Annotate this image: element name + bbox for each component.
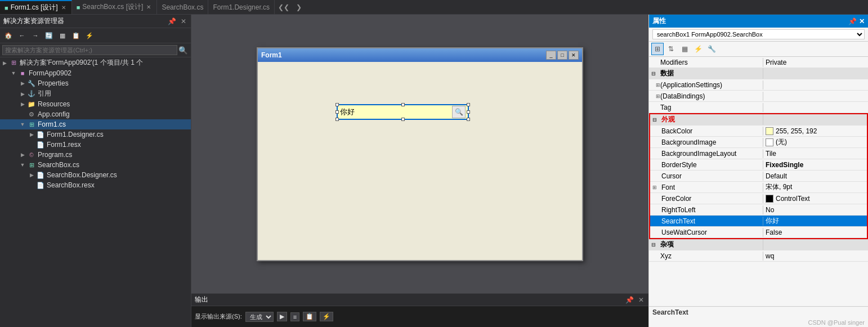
tab-form1-design[interactable]: ■ Form1.cs [设计] ✕ (0, 0, 72, 14)
props-row-modifiers[interactable]: Modifiers Private (649, 57, 868, 68)
tab-close-btn[interactable]: ✕ (60, 5, 67, 11)
output-pin-icon[interactable]: 📌 (624, 296, 635, 304)
props-component-bar: searchBox1 FormApp0902.SearchBox (649, 28, 868, 42)
close-panel-icon[interactable]: ✕ (180, 17, 187, 25)
props-row-tag[interactable]: Tag (649, 102, 868, 113)
val-searchtext: 你好 (763, 216, 867, 226)
props-btn-categorized[interactable]: ⊞ (651, 43, 664, 55)
props-row-backcolor[interactable]: BackColor 255, 255, 192 (650, 126, 867, 137)
tab-nav-left[interactable]: ❮❮ (275, 3, 293, 11)
props-pin-icon[interactable]: 📌 (848, 17, 857, 25)
tab-label2: SearchBox.cs [设计] (82, 2, 143, 12)
props-table: Modifiers Private ⊟ 数据 ⊞ (ApplicationSet… (649, 57, 868, 306)
tree-item-solution[interactable]: ▶ ⊞ 解决方案'FormApp0902'(1 个项目/共 1 个 (0, 57, 191, 68)
val-backcolor: 255, 255, 192 (763, 127, 867, 136)
val-modifiers: Private (763, 58, 868, 67)
output-title-bar: 输出 📌 ✕ (191, 294, 648, 306)
props-row-bgimagelayout[interactable]: BackgroundImageLayout Tile (650, 148, 867, 159)
tree-item-project[interactable]: ▼ ■ FormApp0902 (0, 68, 191, 78)
solution-search-input[interactable] (2, 45, 177, 55)
tree-item-searchboxcs[interactable]: ▼ ⊞ SearchBox.cs (0, 160, 191, 170)
tree-item-sbresx[interactable]: 📄 SearchBox.resx (0, 180, 191, 190)
solution-explorer-titlebar: 解决方案资源管理器 📌 ✕ (0, 15, 191, 28)
props-row-appearance-category[interactable]: ⊟ 外观 (650, 114, 867, 126)
props-row-searchtext[interactable]: SearchText 你好 (650, 216, 867, 227)
toolbar-btn-6[interactable]: 📋 (70, 29, 82, 42)
solution-search-row: 🔍 (0, 43, 191, 57)
key-databindings: (DataBindings) (658, 92, 763, 101)
props-row-forecolor[interactable]: ForeColor ControlText (650, 193, 867, 204)
key-font: Font (659, 183, 763, 192)
tree-label-refs: 引用 (38, 89, 51, 98)
tree-item-form1designer[interactable]: ▶ 📄 Form1.Designer.cs (0, 129, 191, 140)
key-modifiers: Modifiers (658, 58, 763, 67)
maximize-btn[interactable]: □ (557, 51, 567, 60)
toolbar-btn-5[interactable]: ▦ (56, 29, 69, 42)
toolbar-btn-1[interactable]: 🏠 (2, 29, 15, 42)
watermark: CSDN @Pual singer (649, 318, 868, 327)
pin-icon[interactable]: 📌 (167, 17, 177, 25)
props-btn-events[interactable]: ⚡ (692, 43, 704, 55)
props-row-cursor[interactable]: Cursor Default (650, 171, 867, 182)
props-row-usewaitcursor[interactable]: UseWaitCursor False (650, 227, 867, 238)
props-close-icon[interactable]: ✕ (859, 17, 865, 25)
output-btn-3[interactable]: 📋 (303, 312, 316, 321)
val-forecolor: ControlText (763, 194, 867, 203)
output-close-icon[interactable]: ✕ (637, 296, 645, 304)
tree-item-resources[interactable]: ▶ 📁 Resources (0, 99, 191, 109)
tab-searchbox-design[interactable]: ■ SearchBox.cs [设计] ✕ (72, 0, 158, 14)
toolbar-btn-7[interactable]: ⚡ (83, 29, 96, 42)
output-btn-4[interactable]: ⚡ (320, 312, 333, 321)
search-component-widget[interactable]: 🔍 (337, 104, 469, 120)
props-row-databindings[interactable]: ⊞ (DataBindings) (649, 91, 868, 102)
tree-item-programcs[interactable]: ▶ © Program.cs (0, 150, 191, 160)
tab-close-btn2[interactable]: ✕ (145, 4, 152, 10)
tab-form1-designer[interactable]: Form1.Designer.cs (208, 0, 275, 14)
form-body: 🔍 (258, 62, 582, 260)
tree-item-properties[interactable]: ▶ 🔧 Properties (0, 78, 191, 88)
tab-label4: Form1.Designer.cs (213, 3, 270, 11)
val-tag (763, 107, 868, 108)
tree-item-appconfig[interactable]: ⚙ App.config (0, 109, 191, 119)
toolbar-btn-4[interactable]: 🔄 (43, 29, 55, 42)
output-source-select[interactable]: 生成 (245, 312, 274, 322)
close-btn[interactable]: ✕ (569, 51, 579, 60)
val-usewaitcursor: False (763, 228, 867, 237)
tab-label: Form1.cs [设计] (11, 3, 58, 12)
props-row-appsettings[interactable]: ⊞ (ApplicationSettings) (649, 79, 868, 91)
props-row-xyz[interactable]: Xyz wq (649, 250, 868, 262)
props-btn-properties[interactable]: ▦ (678, 43, 691, 55)
tree-item-form1cs[interactable]: ▼ ⊞ Form1.cs (0, 119, 191, 129)
tree-label-form1resx: Form1.resx (47, 141, 81, 149)
props-row-righttoleft[interactable]: RightToLeft No (650, 204, 867, 216)
tab-nav-right[interactable]: ❯ (293, 3, 305, 11)
val-databindings (763, 96, 868, 97)
form-designer-area[interactable]: Form1 _ □ ✕ (191, 15, 648, 293)
props-row-borderstyle[interactable]: BorderStyle FixedSingle (650, 159, 867, 171)
tree-item-form1resx[interactable]: 📄 Form1.resx (0, 140, 191, 150)
props-row-misc-category[interactable]: ⊟ 杂项 (649, 239, 868, 250)
props-row-bgimage[interactable]: BackgroundImage (无) (650, 137, 867, 148)
tree-expander-project: ▼ (9, 70, 18, 76)
props-row-data-category[interactable]: ⊟ 数据 (649, 68, 868, 79)
search-component-button[interactable]: 🔍 (452, 106, 466, 118)
toolbar-btn-2[interactable]: ← (16, 29, 28, 42)
key-appearance: 外观 (659, 114, 763, 125)
output-btn-2[interactable]: ≡ (290, 312, 299, 321)
props-row-font[interactable]: ⊞ Font 宋体, 9pt (650, 182, 867, 193)
search-component-textbox[interactable] (340, 107, 452, 116)
programcs-icon: © (27, 150, 36, 159)
tab-searchbox-cs[interactable]: SearchBox.cs (157, 0, 208, 14)
solution-search-button[interactable]: 🔍 (177, 44, 189, 56)
tree-item-sbdesigner[interactable]: ▶ 📄 SearchBox.Designer.cs (0, 170, 191, 180)
props-btn-alphabetical[interactable]: ⇅ (665, 43, 677, 55)
tree-item-refs[interactable]: ▶ ⚓ 引用 (0, 88, 191, 99)
form1cs-icon: ⊞ (27, 120, 36, 129)
minimize-btn[interactable]: _ (546, 51, 556, 60)
tree-label-form1designer: Form1.Designer.cs (47, 131, 104, 138)
props-component-select[interactable]: searchBox1 FormApp0902.SearchBox (652, 29, 865, 39)
props-btn-proppage[interactable]: 🔧 (705, 43, 718, 55)
toolbar-btn-3[interactable]: → (29, 29, 42, 42)
resources-folder-icon: 📁 (27, 100, 36, 109)
output-btn-1[interactable]: ▶ (277, 312, 287, 321)
